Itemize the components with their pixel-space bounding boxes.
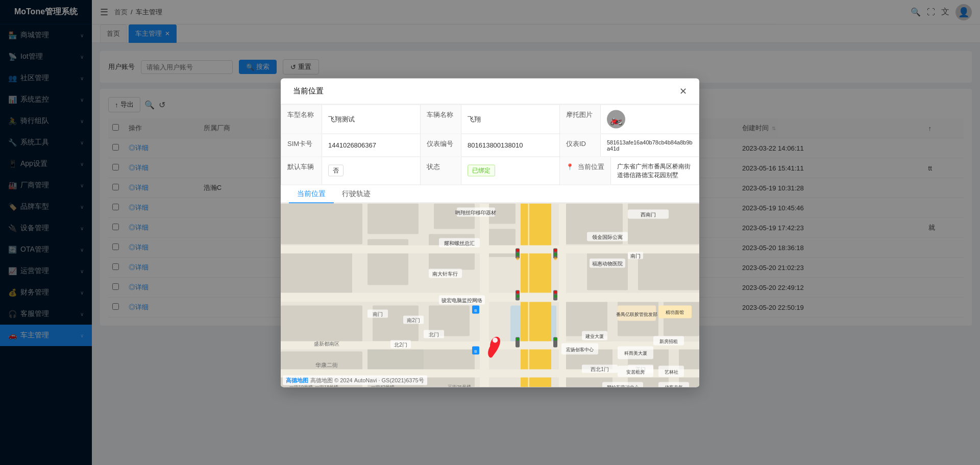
- svg-text:南2门: 南2门: [407, 317, 420, 323]
- svg-text:骏宏电脑监控网络: 骏宏电脑监控网络: [442, 297, 482, 303]
- info-cell-car-type: 车型名称 飞翔测试: [281, 105, 421, 134]
- status-value: 已绑定: [461, 157, 559, 184]
- map-svg: 华康二街 盛新都南区 一街42号楼 一街18号楼 一街19号楼 三街25号楼 南…: [281, 203, 699, 387]
- modal-overlay[interactable]: 当前位置 ✕ 车型名称 飞翔测试 车辆名称 飞翔 摩托图片: [92, 43, 980, 465]
- info-cell-location: 📍 当前位置 广东省广州市番禺区桥南街道德信路德宝花园别墅: [560, 157, 699, 185]
- tab-route-trace[interactable]: 行驶轨迹: [334, 185, 379, 203]
- svg-point-105: [554, 295, 557, 298]
- svg-text:科而美大厦: 科而美大厦: [624, 350, 647, 355]
- default-car-label: 默认车辆: [281, 157, 322, 184]
- svg-text:南门: 南门: [630, 253, 641, 258]
- page-content: 用户账号 🔍 搜索 ↺ 重置 ↑ 导出 🔍 ↺: [92, 43, 980, 465]
- svg-text:建业大厦: 建业大厦: [585, 333, 604, 338]
- meter-id-value: 581613afe16a40b78cb4b84a8b9ba41d: [601, 134, 699, 156]
- svg-text:北门: 北门: [429, 331, 439, 337]
- svg-point-101: [516, 290, 519, 293]
- svg-point-109: [554, 337, 557, 340]
- tab-current-location[interactable]: 当前位置: [289, 185, 334, 203]
- car-type-value: 飞翔测试: [322, 105, 420, 133]
- info-cell-sim: SIM卡号 1441026806367: [281, 134, 421, 157]
- svg-text:华康二街: 华康二街: [315, 361, 338, 368]
- meter-code-value: 801613800138010: [461, 134, 559, 156]
- map-copyright: 高德地图 © 2024 AutoNavi · GS(2021)6375号: [310, 376, 424, 384]
- info-cell-moto-img: 摩托图片 🏍️: [560, 105, 699, 134]
- car-type-label: 车型名称: [281, 105, 322, 133]
- location-pin-icon: 📍: [566, 163, 574, 170]
- svg-rect-16: [638, 249, 699, 290]
- map-footer: 高德地图 高德地图 © 2024 AutoNavi · GS(2021)6375…: [283, 375, 427, 385]
- svg-text:代客充气: 代客充气: [664, 384, 683, 387]
- svg-text:哟翔丝印移印器材: 哟翔丝印移印器材: [455, 209, 496, 215]
- info-cell-meter-id: 仪表ID 581613afe16a40b78cb4b84a8b9ba41d: [560, 134, 699, 157]
- svg-text:西南门: 西南门: [641, 211, 656, 217]
- modal-tabs: 当前位置 行驶轨迹: [281, 185, 699, 203]
- moto-avatar: 🏍️: [607, 110, 625, 128]
- info-cell-status: 状态 已绑定: [421, 157, 560, 185]
- sim-value: 1441026806367: [322, 134, 420, 156]
- svg-point-93: [516, 249, 519, 252]
- meter-code-label: 仪表编号: [421, 134, 461, 156]
- svg-point-97: [554, 249, 557, 252]
- svg-rect-5: [368, 203, 419, 234]
- location-modal-title: 当前位置: [293, 86, 324, 96]
- svg-point-95: [516, 257, 519, 260]
- svg-text:宏扬创客中心: 宏扬创客中心: [566, 347, 594, 352]
- svg-point-99: [554, 257, 557, 260]
- svg-rect-15: [587, 249, 628, 290]
- svg-point-107: [516, 337, 519, 340]
- svg-rect-33: [281, 292, 699, 302]
- default-car-value: 否: [322, 157, 420, 184]
- svg-point-114: [493, 337, 498, 342]
- location-value: 广东省广州市番禺区桥南街道德信路德宝花园别墅: [611, 157, 699, 184]
- default-car-tag: 否: [328, 165, 344, 177]
- info-cell-meter-code: 仪表编号 801613800138010: [421, 134, 560, 157]
- svg-point-104: [554, 290, 557, 293]
- vehicle-info-grid: 车型名称 飞翔测试 车辆名称 飞翔 摩托图片 🏍️: [281, 104, 699, 185]
- svg-text:福惠动物医院: 福惠动物医院: [592, 260, 623, 266]
- car-name-label: 车辆名称: [421, 105, 461, 133]
- amap-logo: 高德地图: [286, 376, 308, 384]
- moto-img-value: 🏍️: [601, 105, 699, 133]
- svg-rect-1: [281, 203, 362, 244]
- car-name-value: 飞翔: [461, 105, 559, 133]
- svg-point-98: [554, 253, 557, 256]
- svg-text:网约车营运中心: 网约车营运中心: [607, 384, 639, 387]
- location-modal-close-icon[interactable]: ✕: [679, 85, 687, 96]
- location-modal: 当前位置 ✕ 车型名称 飞翔测试 车辆名称 飞翔 摩托图片: [281, 78, 699, 387]
- svg-text:艺林社: 艺林社: [665, 369, 678, 374]
- moto-img-label: 摩托图片: [560, 105, 601, 133]
- sim-label: SIM卡号: [281, 134, 322, 156]
- svg-text:耀和螺丝总汇: 耀和螺丝总汇: [444, 240, 475, 246]
- status-badge: 已绑定: [468, 165, 495, 177]
- svg-text:北2门: 北2门: [394, 341, 407, 347]
- svg-text:西北1门: 西北1门: [591, 366, 609, 372]
- info-cell-default-car: 默认车辆 否: [281, 157, 421, 185]
- location-modal-header: 当前位置 ✕: [281, 78, 699, 104]
- svg-text:番禺亿联胶管批发部: 番禺亿联胶管批发部: [616, 311, 657, 316]
- svg-text:盛新都南区: 盛新都南区: [314, 340, 339, 346]
- svg-text:B: B: [474, 349, 477, 353]
- svg-rect-3: [281, 305, 362, 346]
- map-container: 华康二街 盛新都南区 一街42号楼 一街18号楼 一街19号楼 三街25号楼 南…: [281, 203, 699, 387]
- svg-text:安居租房: 安居租房: [626, 369, 645, 374]
- info-cell-car-name: 车辆名称 飞翔: [421, 105, 560, 134]
- status-label: 状态: [421, 157, 461, 184]
- svg-text:新房招租: 新房招租: [659, 338, 678, 344]
- svg-point-102: [516, 295, 519, 298]
- svg-text:南大针车行: 南大针车行: [432, 271, 458, 276]
- svg-text:南门: 南门: [373, 311, 383, 316]
- svg-text:三街25号楼: 三街25号楼: [448, 384, 471, 387]
- svg-text:领金国际公寓: 领金国际公寓: [592, 234, 623, 239]
- svg-point-94: [516, 253, 519, 256]
- main-area: ☰ 首页 / 车主管理 🔍 ⛶ 文 👤 首页 车主管理 ✕ 用: [92, 0, 980, 465]
- svg-text:精功面馆: 精功面馆: [666, 309, 684, 314]
- svg-text:B: B: [474, 308, 477, 312]
- meter-id-label: 仪表ID: [560, 134, 601, 156]
- location-label: 📍 当前位置: [560, 157, 611, 184]
